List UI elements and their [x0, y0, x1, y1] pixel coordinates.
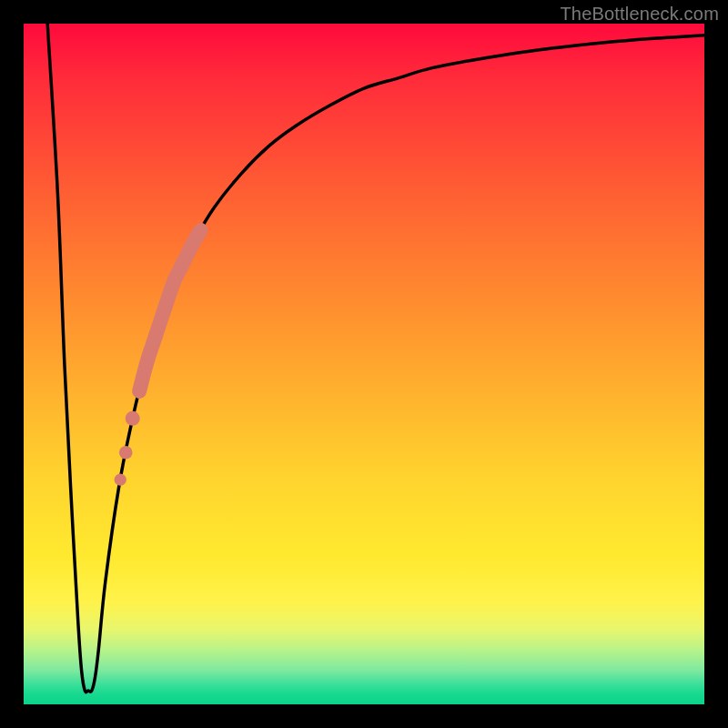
highlight-dots-group [115, 411, 140, 486]
chart-stage: TheBottleneck.com [0, 0, 728, 728]
watermark-text: TheBottleneck.com [560, 4, 719, 25]
highlight-dot [126, 411, 140, 426]
highlight-dot [119, 446, 133, 460]
highlight-dot [115, 474, 126, 486]
chart-svg [24, 24, 704, 704]
highlight-segment [139, 230, 200, 391]
highlight-group [139, 230, 200, 391]
